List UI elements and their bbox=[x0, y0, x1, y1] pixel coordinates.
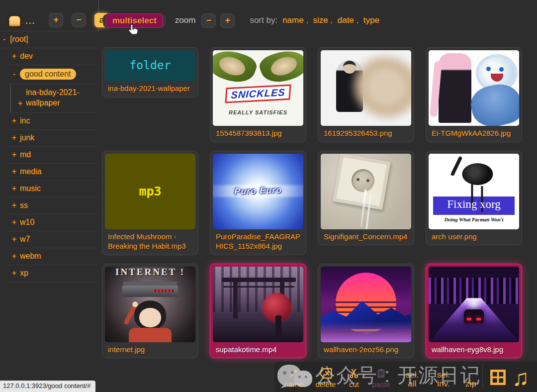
thumb-text: folder bbox=[105, 59, 195, 72]
action-sel-inv[interactable]: sel. inv. bbox=[434, 371, 453, 389]
file-tile-1619295326453-png[interactable]: 1619295326453.png bbox=[318, 47, 414, 142]
file-label: Ei-TGMgWkAA2826.jpg bbox=[429, 126, 519, 139]
thumbnail-neoncity bbox=[429, 267, 519, 342]
zoom-in-button[interactable]: + bbox=[220, 13, 235, 28]
art-layer bbox=[467, 80, 519, 126]
tree-toggle-icon[interactable]: + bbox=[17, 99, 23, 108]
tree-toggle-icon[interactable]: + bbox=[11, 167, 17, 176]
logo-dots[interactable]: ... bbox=[25, 17, 35, 27]
tree-toggle-icon[interactable]: + bbox=[11, 52, 17, 61]
action-zip[interactable]: zip bbox=[465, 380, 476, 389]
tree-toggle-icon[interactable]: + bbox=[11, 218, 17, 227]
sort-option-date[interactable]: date bbox=[338, 15, 363, 25]
file-grid: folderina-bday-2021-wallpaperSNICKLESREA… bbox=[102, 47, 522, 358]
sort-option-name[interactable]: name bbox=[282, 15, 313, 25]
file-label: Infected Mushroom - Breaking the Habit.m… bbox=[105, 229, 195, 252]
grid-view-icon[interactable] bbox=[489, 368, 507, 389]
tree-item-inc[interactable]: +inc bbox=[8, 113, 97, 130]
tree-toggle-icon[interactable]: + bbox=[11, 235, 17, 244]
action-label: sel. inv. bbox=[434, 371, 453, 389]
logo-toast-icon[interactable] bbox=[8, 15, 21, 27]
clipboard-icon bbox=[376, 367, 386, 379]
action-label: delete bbox=[316, 380, 336, 389]
tree-toggle-icon[interactable]: + bbox=[11, 133, 17, 142]
tree-toggle-icon[interactable]: + bbox=[11, 150, 17, 159]
file-label: 1619295326453.png bbox=[321, 126, 411, 139]
action-label: sel. all bbox=[403, 371, 422, 389]
file-tile-infected-mushroom-breaking-the-habit-mp3[interactable]: mp3Infected Mushroom - Breaking the Habi… bbox=[102, 151, 198, 255]
tree-toggle-icon[interactable]: - bbox=[11, 70, 17, 79]
tree-item-media[interactable]: +media bbox=[8, 164, 97, 181]
scissors-icon bbox=[348, 367, 359, 379]
tree-item-w10[interactable]: +w10 bbox=[8, 214, 97, 231]
tree-item-good-content[interactable]: -good content bbox=[8, 65, 97, 84]
action-cut[interactable]: cut bbox=[348, 367, 359, 389]
pencil-icon bbox=[288, 367, 299, 379]
folder-tile-ina-bday-2021-wallpaper[interactable]: folderina-bday-2021-wallpaper bbox=[102, 47, 198, 98]
thumbnail-outlet bbox=[321, 154, 411, 229]
action-name[interactable]: name bbox=[284, 367, 303, 389]
folder-tree: -[root]+dev-good content+ina-bday-2021-w… bbox=[0, 31, 99, 282]
tree-item-md[interactable]: +md bbox=[8, 147, 97, 164]
zoom-label: zoom bbox=[175, 15, 196, 25]
thumbnail-mp3: mp3 bbox=[105, 154, 195, 229]
topbar-left-controls: ... + − a bbox=[0, 0, 99, 31]
file-tile-wallhaven-2eoz56-png[interactable]: wallhaven-2eoz56.png bbox=[318, 264, 414, 359]
tree-item-junk[interactable]: +junk bbox=[8, 130, 97, 147]
tree-toggle-icon[interactable]: - bbox=[1, 35, 7, 44]
action-delete[interactable]: delete bbox=[316, 367, 336, 389]
tree-toggle-icon[interactable]: + bbox=[11, 201, 17, 210]
tree-item-music[interactable]: +music bbox=[8, 181, 97, 197]
action-paste[interactable]: paste bbox=[372, 367, 390, 389]
art-layer bbox=[439, 53, 471, 123]
tree-toggle-icon[interactable]: + bbox=[11, 269, 17, 278]
tree-item-webm[interactable]: +webm bbox=[8, 248, 97, 265]
sidebar: -[root]+dev-good content+ina-bday-2021-w… bbox=[0, 31, 99, 392]
art-layer bbox=[462, 163, 493, 185]
file-tile-signifigant-concern-mp4[interactable]: Signifigant_Concern.mp4 bbox=[318, 151, 414, 246]
sort-option-size[interactable]: size bbox=[313, 15, 338, 25]
multiselect-button[interactable]: multiselect bbox=[106, 13, 163, 28]
tree-expand-button[interactable]: + bbox=[49, 13, 63, 27]
toolbar-divider bbox=[482, 365, 483, 387]
topbar: ... + − a multiselect zoom − + sort by: … bbox=[0, 0, 537, 31]
action-sel-all[interactable]: sel. all bbox=[403, 371, 422, 389]
file-tile-1554587393813-jpg[interactable]: SNICKLESREALLY SATISFIES1554587393813.jp… bbox=[210, 47, 306, 142]
music-note-icon[interactable]: ♫ bbox=[512, 367, 530, 389]
tree-toggle-icon[interactable]: + bbox=[11, 252, 17, 261]
file-tile-arch-user-png[interactable]: Fixing xorgDoing What Pacman Won'tarch u… bbox=[426, 151, 522, 246]
tree-item-dev[interactable]: +dev bbox=[8, 48, 97, 65]
tree-item-ss[interactable]: +ss bbox=[8, 197, 97, 214]
tree-item-root[interactable]: -[root] bbox=[1, 31, 97, 48]
tree-item-w7[interactable]: +w7 bbox=[8, 231, 97, 248]
art-layer bbox=[257, 50, 303, 88]
sort-by-label: sort by: bbox=[250, 15, 277, 25]
sort-option-type[interactable]: type bbox=[363, 15, 379, 25]
tree-item-label: md bbox=[20, 150, 31, 159]
tree-item-ina-bday-2021-wallpaper[interactable]: +ina-bday-2021-wallpaper bbox=[10, 84, 97, 113]
file-tile-supatakotime-mp4[interactable]: supatakotime.mp4 bbox=[210, 264, 306, 359]
file-label: ina-bday-2021-wallpaper bbox=[105, 81, 195, 95]
action-label: paste bbox=[372, 380, 390, 389]
tree-item-label: w7 bbox=[20, 235, 30, 244]
zoom-out-button[interactable]: − bbox=[201, 13, 216, 28]
tree-item-xp[interactable]: +xp bbox=[8, 265, 97, 282]
sort-row: sort by: namesizedatetype bbox=[250, 15, 379, 25]
file-label: 1554587393813.jpg bbox=[213, 126, 303, 139]
tree-toggle-icon[interactable]: + bbox=[11, 116, 17, 125]
file-tile-wallhaven-eyg8v8-jpg[interactable]: wallhaven-eyg8v8.jpg bbox=[426, 264, 522, 359]
thumb-text: Doing What Pacman Won't bbox=[445, 217, 504, 222]
thumb-text: mp3 bbox=[105, 184, 195, 198]
file-tile-puroparadise-faagraphics-1152x864-jpg[interactable]: Puro EuroPuroParadise_FAAGRAPHICS_1152x8… bbox=[210, 151, 306, 255]
thumb-text: Puro Euro bbox=[234, 185, 282, 196]
tree-toggle-icon[interactable]: + bbox=[11, 184, 17, 193]
tree-collapse-button[interactable]: − bbox=[72, 13, 86, 27]
thumbnail-snickles: SNICKLESREALLY SATISFIES bbox=[213, 50, 303, 126]
art-layer bbox=[275, 315, 281, 337]
file-tile-internet-jpg[interactable]: INTERNET !internet.jpg bbox=[102, 264, 198, 359]
thumb-text: INTERNET ! bbox=[115, 267, 185, 278]
thumb-text: Fixing xorg bbox=[447, 198, 501, 211]
file-tile-ei-tgmgwkaa2826-jpg[interactable]: Ei-TGMgWkAA2826.jpg bbox=[426, 47, 522, 142]
thumbnail-tako bbox=[213, 267, 303, 342]
file-label: internet.jpg bbox=[105, 342, 195, 356]
